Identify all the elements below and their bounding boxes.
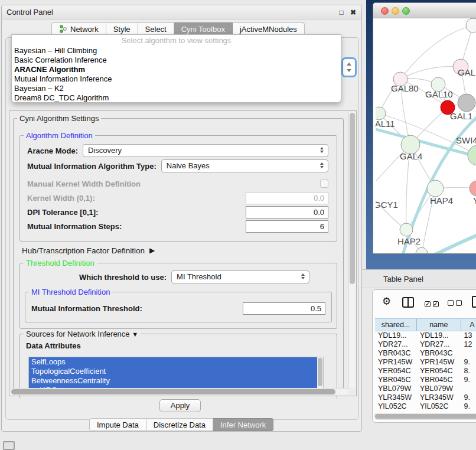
table-row[interactable]: YPR145WYPR145W9.	[375, 358, 476, 367]
cell-value[interactable]: 9.	[461, 376, 476, 384]
table-row[interactable]: YDR27...YDR27...12	[375, 340, 476, 349]
list-scrollbar[interactable]	[317, 357, 323, 393]
cell-name[interactable]: YDL19...	[417, 331, 461, 340]
cell-value[interactable]: 9.	[461, 358, 476, 367]
which-threshold-combo[interactable]: MI Threshold	[171, 270, 309, 283]
float-window-button[interactable]: □	[337, 8, 346, 17]
tab-label: jActiveMNodules	[240, 25, 297, 34]
cell-value[interactable]: 8.	[461, 367, 476, 376]
gear-icon[interactable]: ⚙	[382, 295, 391, 308]
table-row[interactable]: YLR345WYLR345W9.	[375, 393, 476, 402]
expanded-arrow-icon[interactable]: ▼	[132, 331, 138, 338]
cell-shared-name[interactable]: YIL052C	[375, 402, 417, 411]
table-panel-titlebar: Table Panel	[362, 269, 476, 288]
apply-button[interactable]: Apply	[159, 399, 201, 412]
cell-name[interactable]: YPR145W	[417, 358, 461, 367]
column-header[interactable]: A	[461, 319, 476, 331]
cell-value[interactable]: 13	[461, 331, 476, 340]
node-gray[interactable]	[458, 94, 475, 112]
node-hap2[interactable]	[400, 223, 413, 236]
algorithm-option[interactable]: Bayesian – K2	[12, 84, 341, 93]
network-canvas[interactable]: GAL80 GAL10 GAL1 GAL11 GAL4 SWI4 HAP4 HA…	[376, 18, 476, 253]
algorithm-option[interactable]: Mutual Information Inference	[12, 74, 341, 84]
cell-name[interactable]: YBR043C	[417, 349, 461, 358]
dpi-tolerance-field[interactable]: 0.0	[246, 206, 328, 219]
table-row[interactable]: YER054CYER054C8.	[375, 367, 476, 376]
aracne-mode-combo[interactable]: Discovery	[83, 144, 328, 157]
tab-jactivemnodules[interactable]: jActiveMNodules	[233, 22, 305, 35]
settings-horizontal-scrollbar[interactable]	[10, 388, 348, 395]
cell-value[interactable]: 9.	[461, 393, 476, 402]
select-all-columns-icon[interactable]: ✓ ✓	[425, 299, 439, 308]
table-row[interactable]: YBR045CYBR045C9.	[375, 376, 476, 384]
tab-network[interactable]: Network	[51, 22, 106, 35]
cell-shared-name[interactable]: YPR145W	[375, 358, 417, 367]
node-salmon[interactable]	[470, 181, 476, 196]
cell-name[interactable]: YDR27...	[417, 340, 461, 349]
cell-name[interactable]: YBL079W	[417, 384, 461, 393]
cell-shared-name[interactable]: YDL19...	[375, 331, 417, 340]
cell-shared-name[interactable]: YDR27...	[375, 340, 417, 349]
mi-threshold-field[interactable]: 0.5	[243, 302, 325, 315]
split-columns-icon[interactable]	[402, 297, 414, 308]
cell-name[interactable]: YIL052C	[417, 402, 461, 411]
tab-cyni-toolbox[interactable]: Cyni Toolbox	[174, 22, 233, 35]
node-unlabeled[interactable]	[466, 18, 476, 32]
scrollbar-thumb[interactable]	[375, 414, 476, 419]
column-header[interactable]: name	[417, 319, 461, 331]
table-horizontal-scrollbar[interactable]	[374, 413, 476, 420]
hub-tf-definition-toggle[interactable]: Hub/Transcription Factor Definition ▶	[22, 244, 335, 257]
cell-name[interactable]: YLR345W	[417, 393, 461, 402]
cell-shared-name[interactable]: YER054C	[375, 367, 417, 376]
column-header[interactable]: shared...	[375, 319, 417, 331]
algorithm-option[interactable]: Bayesian – Hill Climbing	[12, 46, 341, 56]
cell-shared-name[interactable]: YBR043C	[375, 349, 417, 358]
algorithm-option[interactable]: Dream8 DC_TDC Algorithm	[12, 93, 341, 103]
node-swi4[interactable]	[468, 145, 476, 165]
mi-steps-field[interactable]: 6	[246, 220, 328, 233]
table-row[interactable]: YBR043CYBR043C	[375, 349, 476, 358]
minimize-traffic-light[interactable]	[392, 7, 399, 15]
focused-spinner-button[interactable]	[341, 57, 357, 77]
algorithm-option[interactable]: Basic Correlation Inference	[12, 56, 341, 65]
table-row[interactable]: YDL19...YDL19...13	[375, 331, 476, 340]
scrollbar-thumb[interactable]	[318, 358, 322, 386]
tab-infer-network[interactable]: Infer Network	[213, 418, 273, 431]
attribute-item-selected[interactable]: BetweennessCentrality	[29, 376, 323, 386]
cell-value[interactable]	[461, 349, 476, 358]
network-window-titlebar[interactable]	[373, 3, 476, 18]
cell-shared-name[interactable]: YBL079W	[375, 384, 417, 393]
node-gal11[interactable]	[376, 107, 386, 120]
cell-name[interactable]: YER054C	[417, 367, 461, 376]
cell-shared-name[interactable]: YBR045C	[375, 376, 417, 384]
close-window-button[interactable]: ✖	[348, 8, 358, 17]
attribute-item-selected[interactable]: SelfLoops	[29, 357, 323, 367]
docked-panel-icon[interactable]	[3, 441, 15, 450]
tab-style[interactable]: Style	[106, 22, 138, 35]
tab-select[interactable]: Select	[138, 22, 174, 35]
cell-value[interactable]: 12	[461, 340, 476, 349]
scrollbar-thumb[interactable]	[11, 389, 335, 394]
cell-value[interactable]	[461, 384, 476, 393]
cell-name[interactable]: YBR045C	[417, 376, 461, 384]
mi-algorithm-type-label: Mutual Information Algorithm Type:	[27, 162, 157, 171]
manual-kernel-width-checkbox[interactable]	[320, 180, 328, 188]
scrollbar-thumb[interactable]	[350, 113, 355, 284]
zoom-traffic-light[interactable]	[402, 7, 410, 15]
combo-arrows-icon	[320, 147, 324, 153]
cell-value[interactable]: 9.	[461, 402, 476, 411]
node-hap4[interactable]	[427, 180, 444, 197]
cell-shared-name[interactable]: YLR345W	[375, 393, 417, 402]
deselect-all-columns-icon[interactable]	[448, 299, 462, 308]
attribute-item-selected[interactable]: TopologicalCoefficient	[29, 367, 323, 376]
settings-vertical-scrollbar[interactable]	[348, 112, 356, 387]
tab-impute-data[interactable]: Impute Data	[89, 418, 146, 431]
table-row[interactable]: YBL079WYBL079W	[375, 384, 476, 393]
settings-scroll-pane: Cyni Algorithm Settings Algorithm Defini…	[9, 110, 357, 396]
new-table-icon[interactable]	[472, 296, 476, 308]
algorithm-option-selected[interactable]: ARACNE Algorithm	[12, 65, 341, 74]
table-row[interactable]: YIL052CYIL052C9.	[375, 402, 476, 411]
mi-algorithm-type-combo[interactable]: Naive Bayes	[161, 159, 328, 172]
close-traffic-light[interactable]	[381, 7, 389, 15]
tab-discretize-data[interactable]: Discretize Data	[146, 418, 213, 431]
